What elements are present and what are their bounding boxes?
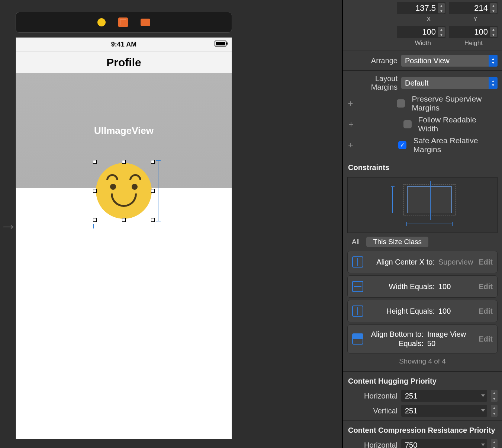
resize-handle[interactable] <box>93 160 97 164</box>
arrange-label: Arrange <box>347 57 398 65</box>
seg-all[interactable]: All <box>348 237 363 247</box>
layout-margins-label: Layout Margins <box>347 74 398 92</box>
layout-margins-select[interactable]: Default ▲▼ <box>401 77 498 89</box>
constraint-row[interactable]: Height Equals:100 Edit <box>347 300 498 322</box>
resize-handle[interactable] <box>151 160 155 164</box>
hugging-header: Content Hugging Priority <box>343 374 502 388</box>
safe-area-label: Safe Area Relative Margins <box>413 136 498 154</box>
stepper-icon[interactable]: ▲▼ <box>491 405 498 417</box>
back-arrow-icon[interactable]: → <box>0 216 17 236</box>
resize-handle[interactable] <box>93 189 97 193</box>
align-bottom-icon <box>352 333 363 345</box>
edit-button[interactable]: Edit <box>472 335 493 343</box>
stepper-icon[interactable]: ▲▼ <box>490 27 497 37</box>
edit-button[interactable]: Edit <box>472 307 493 316</box>
chevron-updown-icon: ▲▼ <box>489 77 498 89</box>
stepper-icon[interactable]: ▲▼ <box>491 390 498 402</box>
scene-toolbar <box>16 12 232 33</box>
width-label: Width <box>415 39 431 47</box>
add-variation-button[interactable]: + <box>347 119 355 129</box>
3d-view-icon[interactable] <box>118 17 128 27</box>
safe-area-checkbox[interactable]: ✓ <box>398 141 406 149</box>
height-indicator <box>158 160 163 221</box>
hugging-h-field[interactable]: 251 <box>401 390 487 402</box>
width-constraint-icon <box>352 281 363 292</box>
dropdown-icon <box>481 394 485 397</box>
hugging-h-label: Horizontal <box>347 392 398 400</box>
height-constraint-icon <box>352 305 363 317</box>
x-field[interactable]: 137.5▲▼ <box>397 2 445 14</box>
compression-h-label: Horizontal <box>347 441 398 448</box>
add-variation-button[interactable]: + <box>347 140 354 150</box>
resize-handle[interactable] <box>93 218 97 222</box>
constraint-row[interactable]: Align Center X to:Superview Edit <box>347 251 498 273</box>
edit-button[interactable]: Edit <box>472 258 493 266</box>
align-center-x-icon <box>352 256 363 268</box>
showing-count: Showing 4 of 4 <box>343 356 502 369</box>
height-field[interactable]: 100▲▼ <box>449 26 498 38</box>
x-label: X <box>427 16 431 23</box>
compression-h-field[interactable]: 750 <box>401 439 487 448</box>
hugging-v-label: Vertical <box>347 407 398 415</box>
runtime-indicator-icon[interactable] <box>97 18 106 26</box>
resize-handle[interactable] <box>151 189 155 193</box>
vertical-guide <box>124 38 124 425</box>
constraint-row[interactable]: Width Equals:100 Edit <box>347 275 498 298</box>
add-variation-button[interactable]: + <box>347 98 354 109</box>
seg-size-class[interactable]: This Size Class <box>366 237 428 247</box>
stepper-icon[interactable]: ▲▼ <box>438 27 445 37</box>
follow-readable-label: Follow Readable Width <box>418 115 498 133</box>
width-field[interactable]: 100▲▼ <box>397 26 445 38</box>
compression-header: Content Compression Resistance Priority <box>343 423 502 438</box>
battery-icon <box>215 41 226 47</box>
stepper-icon[interactable]: ▲▼ <box>491 439 498 448</box>
y-field[interactable]: 214▲▼ <box>449 2 498 14</box>
height-label: Height <box>464 39 483 47</box>
y-label: Y <box>473 16 477 23</box>
stepper-icon[interactable]: ▲▼ <box>438 3 445 13</box>
dropdown-icon <box>481 444 485 446</box>
hugging-v-field[interactable]: 251 <box>401 405 487 417</box>
device-preview: 9:41 AM Profile UIImageView <box>16 37 232 439</box>
constraints-header: Constraints <box>343 160 502 175</box>
dropdown-icon <box>481 409 485 412</box>
arrange-select[interactable]: Position View ▲▼ <box>401 55 498 67</box>
constraints-diagram[interactable] <box>347 177 498 233</box>
chevron-updown-icon: ▲▼ <box>489 55 498 67</box>
constraint-row[interactable]: Align Bottom to:Image View Equals:50 Edi… <box>347 324 498 353</box>
canvas-area: → 9:41 AM Profile UIImageView <box>0 0 268 448</box>
stepper-icon[interactable]: ▲▼ <box>490 3 497 13</box>
follow-readable-checkbox[interactable] <box>403 120 412 128</box>
size-inspector: 137.5▲▼ 214▲▼ X Y 100▲▼ 100▲▼ Width Heig… <box>342 0 502 448</box>
exit-icon[interactable] <box>141 19 150 26</box>
preserve-margins-checkbox[interactable] <box>397 99 405 108</box>
edit-button[interactable]: Edit <box>472 282 493 291</box>
resize-handle[interactable] <box>151 218 155 222</box>
preserve-margins-label: Preserve Superview Margins <box>412 95 498 112</box>
